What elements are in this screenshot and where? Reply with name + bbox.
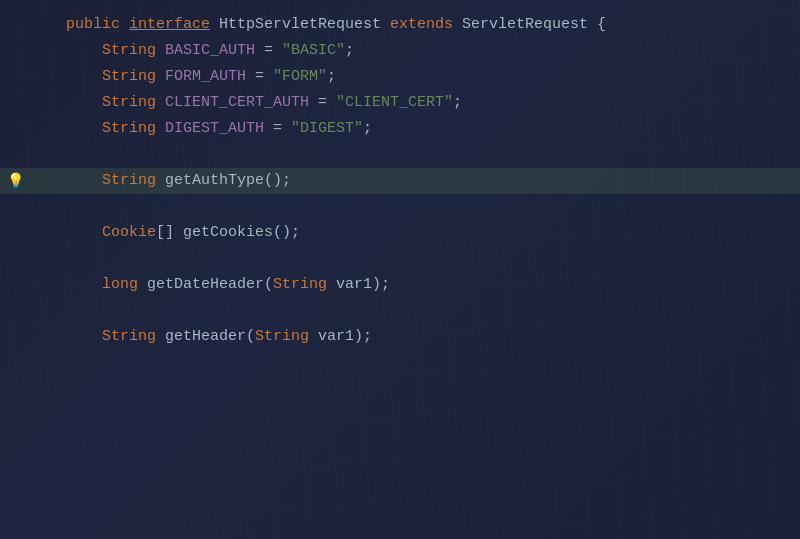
token-kw-string: String — [102, 325, 165, 349]
token-plain: = — [255, 39, 282, 63]
token-method-name: getDateHeader — [147, 273, 264, 297]
token-plain: ); — [372, 273, 390, 297]
token-kw-cookie: Cookie — [102, 221, 156, 245]
token-class-name: ServletRequest — [453, 13, 597, 37]
token-kw-string: String — [102, 39, 165, 63]
token-method-name: getCookies — [183, 221, 273, 245]
token-const-name: DIGEST_AUTH — [165, 117, 264, 141]
code-line: String getHeader(String var1); — [0, 324, 800, 350]
token-semi: ; — [453, 91, 462, 115]
line-code: String getAuthType(); — [30, 169, 800, 193]
line-code: String getHeader(String var1); — [30, 325, 800, 349]
code-line — [0, 142, 800, 168]
token-kw-interface: interface — [129, 13, 210, 37]
token-method-name: getAuthType — [165, 169, 264, 193]
code-line — [0, 194, 800, 220]
token-plain: (); — [264, 169, 291, 193]
token-str-value: "BASIC" — [282, 39, 345, 63]
line-code: String FORM_AUTH = "FORM"; — [30, 65, 800, 89]
code-line — [0, 246, 800, 272]
code-line: String DIGEST_AUTH = "DIGEST"; — [0, 116, 800, 142]
line-code: Cookie[] getCookies(); — [30, 221, 800, 245]
token-kw-public: public — [66, 13, 129, 37]
token-kw-string: String — [102, 169, 165, 193]
token-kw-string: String — [102, 91, 165, 115]
token-plain: ); — [354, 325, 372, 349]
code-line: public interface HttpServletRequest exte… — [0, 12, 800, 38]
code-editor: public interface HttpServletRequest exte… — [0, 0, 800, 539]
code-line: String CLIENT_CERT_AUTH = "CLIENT_CERT"; — [0, 90, 800, 116]
token-param-name: var1 — [318, 325, 354, 349]
code-line: String BASIC_AUTH = "BASIC"; — [0, 38, 800, 64]
line-gutter: 💡 — [0, 170, 30, 192]
token-const-name: FORM_AUTH — [165, 65, 246, 89]
token-plain: = — [246, 65, 273, 89]
token-str-value: "DIGEST" — [291, 117, 363, 141]
line-code: String DIGEST_AUTH = "DIGEST"; — [30, 117, 800, 141]
token-semi: ; — [327, 65, 336, 89]
code-line: long getDateHeader(String var1); — [0, 272, 800, 298]
token-str-value: "FORM" — [273, 65, 327, 89]
line-code: String CLIENT_CERT_AUTH = "CLIENT_CERT"; — [30, 91, 800, 115]
line-code: public interface HttpServletRequest exte… — [30, 13, 800, 37]
token-str-value: "CLIENT_CERT" — [336, 91, 453, 115]
token-const-name: BASIC_AUTH — [165, 39, 255, 63]
token-plain: = — [264, 117, 291, 141]
code-line: 💡 String getAuthType(); — [0, 168, 800, 194]
code-line: Cookie[] getCookies(); — [0, 220, 800, 246]
line-code: long getDateHeader(String var1); — [30, 273, 800, 297]
token-semi: ; — [345, 39, 354, 63]
token-class-name: HttpServletRequest — [210, 13, 390, 37]
token-param-type: String — [255, 325, 318, 349]
token-const-name: CLIENT_CERT_AUTH — [165, 91, 309, 115]
token-plain: = — [309, 91, 336, 115]
token-param-type: String — [273, 273, 336, 297]
token-method-name: getHeader — [165, 325, 246, 349]
token-kw-long: long — [102, 273, 147, 297]
code-line: String FORM_AUTH = "FORM"; — [0, 64, 800, 90]
token-paren: ( — [246, 325, 255, 349]
token-kw-string: String — [102, 65, 165, 89]
token-plain: (); — [273, 221, 300, 245]
code-line — [0, 298, 800, 324]
token-kw-extends: extends — [390, 13, 453, 37]
token-param-name: var1 — [336, 273, 372, 297]
token-kw-string: String — [102, 117, 165, 141]
token-bracket: { — [597, 13, 606, 37]
bulb-icon: 💡 — [7, 170, 24, 192]
token-semi: ; — [363, 117, 372, 141]
token-plain: [] — [156, 221, 183, 245]
line-code: String BASIC_AUTH = "BASIC"; — [30, 39, 800, 63]
token-paren: ( — [264, 273, 273, 297]
